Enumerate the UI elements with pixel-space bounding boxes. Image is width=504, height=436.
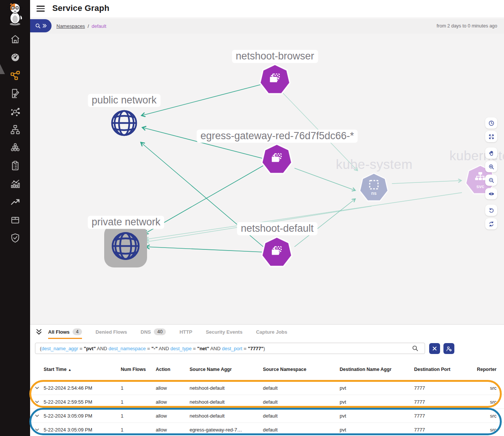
collapse-panel-button[interactable] (30, 325, 47, 339)
sidebar-item-timelines[interactable] (0, 175, 30, 193)
clear-filter-button[interactable] (429, 343, 440, 354)
undo-button[interactable] (485, 205, 497, 216)
zoom-out-icon (488, 177, 495, 184)
column-header[interactable]: Action (156, 361, 190, 373)
column-header[interactable]: Num Flows (121, 361, 156, 373)
zoom-in-button[interactable] (485, 161, 497, 172)
flows-tab[interactable]: HTTP (179, 325, 192, 339)
filter-query-input[interactable]: (dest_name_aggr = "pvt" AND dest_namespa… (35, 343, 425, 354)
close-icon (432, 346, 437, 351)
cell-source-namespace: default (263, 427, 340, 433)
cell-reporter: src (490, 413, 504, 419)
compliance-clipboard-icon (10, 161, 20, 171)
cell-dest-name-aggr: pvt (340, 427, 414, 433)
calico-cat-logo (6, 2, 24, 26)
pan-button[interactable] (485, 147, 497, 159)
tab-label: All Flows (48, 329, 70, 335)
row-expand-chevron-icon[interactable] (35, 414, 39, 418)
node-label-netshoot-default: netshoot-default (237, 222, 317, 235)
flows-tabs: All Flows 4 Denied Flows DNS 40 HTTP Sec… (48, 325, 287, 339)
replicaset-icon (267, 72, 282, 87)
user-settings-button[interactable] (443, 343, 454, 354)
sidebar-item-service-graph[interactable] (0, 66, 30, 84)
page-title: Service Graph (52, 3, 109, 13)
eye-icon (488, 191, 495, 197)
table-row[interactable]: 5-22-2024 3:05:09 PM 1 allow netshoot-de… (30, 409, 504, 423)
node-public-network[interactable] (109, 108, 139, 139)
search-icon (35, 23, 41, 29)
tab-label: Security Events (206, 329, 243, 335)
time-button[interactable] (485, 117, 497, 129)
cell-action: allow (156, 399, 190, 405)
sidebar-item-packages[interactable] (0, 211, 30, 229)
sidebar-item-compliance[interactable] (0, 156, 30, 175)
breadcrumb-separator: / (88, 23, 89, 29)
cell-reporter: src (490, 385, 504, 391)
network-sets-icon (10, 125, 20, 135)
cell-dest-port: 7777 (414, 427, 477, 433)
top-header: Service Graph (30, 0, 504, 18)
table-row[interactable]: 5-22-2024 2:59:55 PM 1 allow netshoot-de… (30, 395, 504, 409)
breadcrumb: Namespaces / default (56, 18, 106, 34)
cell-num-flows: 1 (121, 413, 156, 419)
refresh-button[interactable] (485, 218, 497, 229)
zoom-in-icon (488, 164, 495, 170)
sidebar-item-endpoints[interactable] (0, 102, 30, 120)
tab-count-badge: 4 (73, 328, 82, 335)
flows-table-header: Start Time▲Num FlowsActionSource Name Ag… (30, 361, 504, 373)
row-expand-chevron-icon[interactable] (35, 400, 39, 404)
row-expand-chevron-icon[interactable] (35, 428, 39, 431)
node-private-network[interactable] (110, 230, 141, 263)
column-header[interactable]: Destination Name Aggr (340, 361, 414, 373)
double-chevron-right-icon (42, 23, 47, 28)
cell-source-name-aggr: netshoot-default (190, 413, 263, 419)
node-label-public-network: public network (88, 94, 161, 107)
flows-tab[interactable]: DNS 40 (141, 325, 166, 339)
namespace-ghost-label-kube-system: kube-system (336, 157, 413, 172)
column-header[interactable]: Destination Port (414, 361, 477, 373)
column-header[interactable]: Start Time▲ (44, 361, 121, 373)
hamburger-menu-icon[interactable] (36, 5, 45, 12)
cell-dest-port: 7777 (414, 385, 477, 391)
sidebar-item-threat-defense[interactable] (0, 229, 30, 247)
sidebar-item-network-sets[interactable] (0, 120, 30, 138)
filter-row: (dest_name_aggr = "pvt" AND dest_namespa… (35, 341, 499, 356)
sidebar-item-trends[interactable] (0, 193, 30, 211)
breadcrumb-namespaces-link[interactable]: Namespaces (56, 23, 85, 29)
column-header[interactable]: Reporter (477, 361, 504, 373)
double-chevron-down-icon (35, 329, 43, 335)
fit-view-button[interactable] (485, 131, 497, 142)
sidebar-item-clusters[interactable] (0, 138, 30, 156)
node-label-private-network: private network (88, 216, 164, 229)
dashboard-gauge-icon (10, 52, 20, 62)
column-header[interactable]: Source Name Aggr (190, 361, 263, 373)
cell-source-namespace: default (263, 413, 340, 419)
sidebar-item-policies[interactable] (0, 84, 30, 102)
globe-icon (110, 230, 141, 262)
flows-tab[interactable]: All Flows 4 (48, 325, 82, 339)
table-row[interactable]: 5-22-2024 2:54:46 PM 1 allow netshoot-de… (30, 381, 504, 395)
cell-action: allow (156, 413, 190, 419)
table-row[interactable]: 5-22-2024 3:05:09 PM 1 allow egress-gate… (30, 423, 504, 436)
node-label-egress-gateway: egress-gateway-red-76d7f5dc66-* (197, 130, 358, 143)
cell-dest-port: 7777 (414, 399, 477, 405)
flows-tab[interactable]: Denied Flows (96, 325, 127, 339)
filter-search-icon[interactable] (412, 345, 419, 352)
breadcrumb-current: default (92, 23, 106, 29)
flows-tab[interactable]: Security Events (206, 325, 243, 339)
zoom-out-button[interactable] (485, 175, 497, 186)
visibility-button[interactable] (485, 188, 497, 199)
column-header[interactable]: Source Namespace (263, 361, 340, 373)
tab-label: DNS (141, 329, 151, 335)
cell-num-flows: 1 (121, 399, 156, 405)
sidebar-item-dashboard[interactable] (0, 48, 30, 66)
graph-search-button[interactable] (30, 19, 52, 32)
endpoints-icon (10, 106, 20, 117)
sidebar-item-home[interactable] (0, 30, 30, 48)
breadcrumb-bar: Namespaces / default from 2 days to 0 mi… (30, 18, 504, 34)
expand-icon (488, 134, 495, 140)
service-graph-canvas[interactable]: kube-system kubernetes netshoot-browser … (30, 34, 504, 324)
sidebar (0, 0, 30, 436)
flows-tab[interactable]: Capture Jobs (256, 325, 287, 339)
row-expand-chevron-icon[interactable] (35, 386, 39, 390)
